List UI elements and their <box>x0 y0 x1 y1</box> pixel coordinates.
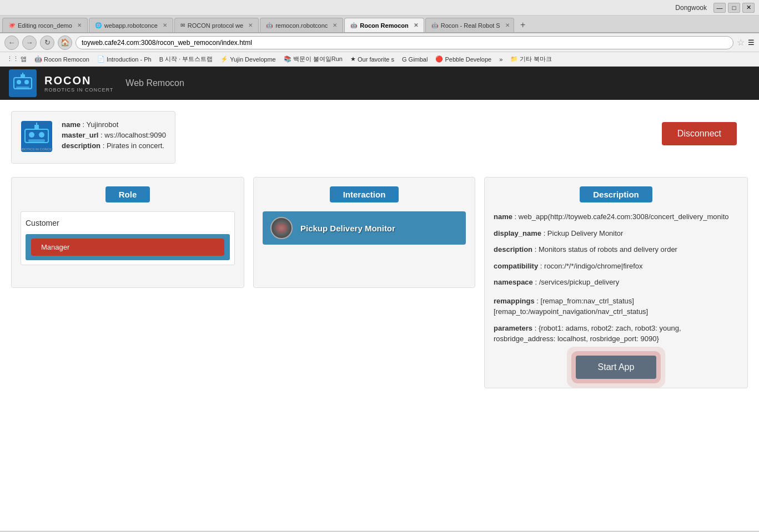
bookmark-yujin[interactable]: ⚡Yujin Developme <box>217 54 279 64</box>
app-title: Web Remocon <box>125 78 184 88</box>
restore-btn[interactable]: □ <box>728 3 740 13</box>
tab-1[interactable]: 🌐 webapp.robotconce ✕ <box>89 18 173 32</box>
manager-button[interactable]: Manager <box>31 239 224 256</box>
tab-label-3: remocon.robotconc <box>275 22 328 29</box>
bookmark-rocon[interactable]: 🤖Rocon Remocon <box>31 54 93 64</box>
svg-rect-6 <box>22 73 23 74</box>
menu-button[interactable]: ☰ <box>748 38 755 47</box>
minimize-btn[interactable]: — <box>713 3 726 13</box>
tab-close-1[interactable]: ✕ <box>163 22 167 28</box>
back-button[interactable]: ← <box>4 36 19 50</box>
close-btn[interactable]: ✕ <box>742 3 755 13</box>
desc-namespace-sep: : <box>535 278 539 286</box>
role-header-btn[interactable]: Role <box>105 186 150 202</box>
master-url-value: ws://localhost:9090 <box>104 131 166 139</box>
role-panel: Role Customer Manager <box>11 177 244 288</box>
desc-name-line: name : web_app(http://toyweb.cafe24.com:… <box>494 211 738 222</box>
bookmark-star[interactable]: ☆ <box>737 37 745 48</box>
url-input[interactable] <box>76 36 733 49</box>
svg-point-2 <box>17 80 21 84</box>
robot-description-line: description : Pirates in concert. <box>62 141 166 150</box>
header-row: ROBOTICS IN CONCERT name : Yujinrobot ma… <box>11 111 748 164</box>
desc-name-value: web_app(http://toyweb.cafe24.com:3008/co… <box>519 212 729 221</box>
description-value-info: Pirates in concert. <box>107 141 164 150</box>
manager-row: Manager <box>26 234 230 260</box>
desc-compat-line: compatibility : rocon:/*/*/indigo/chrome… <box>494 261 738 272</box>
svg-rect-13 <box>36 123 37 125</box>
description-header-btn[interactable]: Description <box>580 186 652 202</box>
master-url-label: master_url <box>62 131 98 139</box>
tab-close-4[interactable]: ✕ <box>414 22 418 28</box>
bookmark-more[interactable]: » <box>496 55 506 64</box>
interaction-header-btn[interactable]: Interaction <box>330 186 399 202</box>
app-subtitle: ROBOTICS IN CONCERT <box>44 87 113 93</box>
tab-label-2: ROCON protocol we <box>188 22 243 29</box>
bookmark-folder[interactable]: 📁기타 북마크 <box>507 54 555 64</box>
forward-button[interactable]: → <box>22 36 37 50</box>
tab-close-2[interactable]: ✕ <box>248 22 253 28</box>
app-branding: ROCON ROBOTICS IN CONCERT <box>44 74 113 93</box>
tab-4[interactable]: 🤖 Rocon Remocon ✕ <box>344 18 424 32</box>
bookmark-bootstrap[interactable]: B시작 · 부트스트랩 <box>156 54 217 64</box>
tab-5[interactable]: 🤖 Rocon - Real Robot S ✕ <box>425 18 514 32</box>
new-tab-button[interactable]: + <box>515 18 531 32</box>
home-button[interactable]: 🏠 <box>58 36 72 50</box>
desc-compat-label: compatibility <box>494 262 538 270</box>
desc-desc-label: description <box>494 245 532 254</box>
address-bar: ← → ↻ 🏠 ☆ ☰ <box>0 33 759 52</box>
tab-0[interactable]: 🐙 Editing rocon_demo ✕ <box>2 18 88 32</box>
bookmark-bakmun[interactable]: 📚백문이 불여일Run <box>280 54 346 64</box>
tab-favicon-1: 🌐 <box>95 22 102 28</box>
robot-logo-svg: ROBOTICS IN CONCERT <box>21 120 53 153</box>
desc-name-sep: : <box>515 212 519 221</box>
description-label-info: description <box>62 141 100 150</box>
description-separator: : <box>103 141 107 150</box>
robot-master-line: master_url : ws://localhost:9090 <box>62 131 166 139</box>
bookmark-apps[interactable]: ⋮⋮ 앱 <box>3 54 30 64</box>
interaction-icon <box>270 217 293 239</box>
desc-namespace-line: namespace : /services/pickup_delivery <box>494 277 738 288</box>
bookmark-favorite[interactable]: ★Our favorite s <box>347 54 398 64</box>
name-value: Yujinrobot <box>87 120 119 129</box>
svg-rect-5 <box>21 74 25 78</box>
interaction-item-label: Pickup Delivery Monitor <box>300 224 395 233</box>
robot-name-line: name : Yujinrobot <box>62 120 166 129</box>
svg-rect-11 <box>28 139 45 142</box>
tab-2[interactable]: ✉ ROCON protocol we ✕ <box>174 18 259 32</box>
tab-3[interactable]: 🤖 remocon.robotconc ✕ <box>260 18 343 32</box>
tab-label-5: Rocon - Real Robot S <box>441 22 500 29</box>
tab-favicon-3: 🤖 <box>266 22 273 28</box>
bookmark-pebble[interactable]: 🔴Pebble Develope <box>432 54 495 64</box>
desc-display-sep: : <box>544 229 547 237</box>
bookmark-gimbal[interactable]: GGimbal <box>399 55 431 64</box>
robot-logo: ROBOTICS IN CONCERT <box>21 120 53 154</box>
tab-favicon-5: 🤖 <box>431 22 438 28</box>
start-app-button[interactable]: Start App <box>576 356 657 379</box>
interaction-item[interactable]: Pickup Delivery Monitor <box>263 211 466 245</box>
interaction-panel: Interaction Pickup Delivery Monitor <box>253 177 475 288</box>
rocon-logo-svg <box>9 70 36 97</box>
desc-display-name-value: Pickup Delivery Monitor <box>547 229 624 237</box>
desc-parameters-sep: : <box>535 324 539 332</box>
tab-label-4: Rocon Remocon <box>360 22 408 29</box>
desc-display-name-label: display_name <box>494 229 541 237</box>
svg-point-10 <box>39 132 44 138</box>
desc-description-line: description : Monitors status of robots … <box>494 244 738 255</box>
desc-name-label: name <box>494 212 512 221</box>
bookmark-intro[interactable]: 📄Introduction - Ph <box>94 54 155 64</box>
svg-text:ROBOTICS IN CONCERT: ROBOTICS IN CONCERT <box>21 148 53 151</box>
desc-compat-value: rocon:/*/*/indigo/chrome|firefox <box>544 262 643 270</box>
title-bar: Dongwook — □ ✕ <box>0 0 759 16</box>
tab-label-0: Editing rocon_demo <box>18 22 72 29</box>
start-app-area: Start App <box>494 356 738 379</box>
desc-namespace-label: namespace <box>494 278 533 286</box>
desc-desc-sep: : <box>535 245 539 254</box>
tab-close-5[interactable]: ✕ <box>505 22 510 28</box>
panels-row: Role Customer Manager Interaction Pickup… <box>11 177 748 388</box>
desc-parameters-line: parameters : {robot1: adams, robot2: zac… <box>494 323 738 344</box>
disconnect-button[interactable]: Disconnect <box>662 122 737 145</box>
tab-close-3[interactable]: ✕ <box>333 22 337 28</box>
reload-button[interactable]: ↻ <box>40 36 54 50</box>
tab-close-0[interactable]: ✕ <box>77 22 82 28</box>
svg-rect-12 <box>34 125 39 129</box>
